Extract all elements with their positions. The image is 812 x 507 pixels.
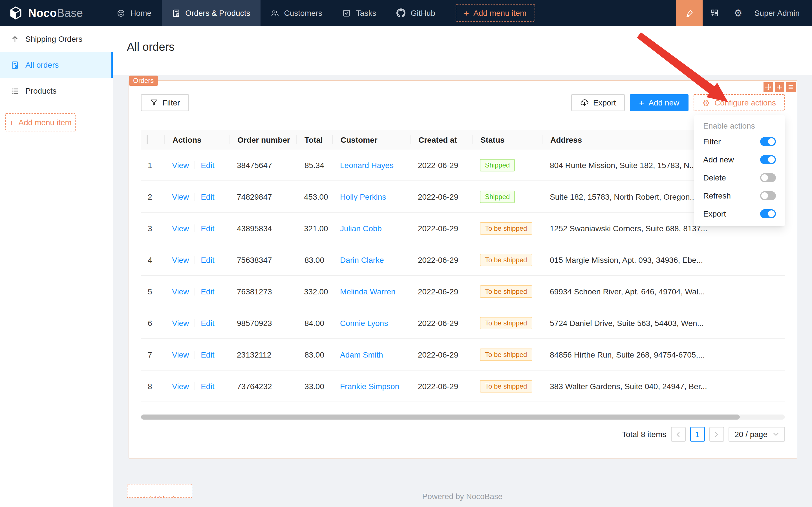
edit-link[interactable]: Edit	[201, 318, 214, 327]
view-link[interactable]: View	[172, 255, 189, 264]
page-number-button[interactable]: 1	[690, 427, 705, 442]
sidebar-add-menu-item-button[interactable]: + Add menu item	[5, 113, 75, 131]
dropdown-item-label: Export	[703, 209, 726, 218]
toggle-switch[interactable]	[760, 137, 776, 146]
edit-link[interactable]: Edit	[201, 382, 214, 391]
toggle-switch[interactable]	[760, 209, 776, 218]
customer-cell: Adam Smith	[332, 350, 410, 359]
customer-link[interactable]: Darin Clarke	[340, 255, 384, 264]
table-row[interactable]: 5 ViewEdit 76381273 332.00 Melinda Warre…	[141, 276, 785, 307]
sidebar-item-all-orders[interactable]: All orders	[0, 52, 113, 78]
table-row[interactable]: 8 ViewEdit 73764232 33.00 Frankie Simpso…	[141, 371, 785, 402]
total-cell: 83.00	[296, 255, 332, 264]
view-link[interactable]: View	[172, 287, 189, 296]
toggle-switch[interactable]	[760, 155, 776, 164]
sidebar-item-products[interactable]: Products	[0, 78, 113, 104]
drag-handle-icon[interactable]	[763, 82, 773, 92]
filter-button[interactable]: Filter	[141, 94, 189, 111]
dropdown-items: Filter Add new Delete Refresh	[694, 132, 785, 223]
toggle-switch[interactable]	[760, 173, 776, 182]
column-header-order-number[interactable]: Order number	[229, 135, 296, 144]
table-row[interactable]: 1 ViewEdit 38475647 85.34 Leonard Hayes …	[141, 150, 785, 181]
view-link[interactable]: View	[172, 160, 189, 169]
customer-link[interactable]: Melinda Warren	[340, 287, 396, 296]
customer-link[interactable]: Adam Smith	[340, 350, 383, 359]
edit-link[interactable]: Edit	[201, 255, 214, 264]
table-row[interactable]: 4 ViewEdit 75638347 83.00 Darin Clarke 2…	[141, 244, 785, 276]
next-page-button[interactable]	[709, 427, 724, 442]
customer-cell: Melinda Warren	[332, 287, 410, 296]
view-link[interactable]: View	[172, 192, 189, 201]
page-header: All orders	[113, 26, 812, 75]
dropdown-item[interactable]: Refresh	[694, 187, 785, 205]
sidebar-item-label: Products	[25, 86, 57, 95]
nav-item-github[interactable]: GitHub	[386, 0, 445, 26]
toggle-switch[interactable]	[760, 191, 776, 200]
column-header-customer[interactable]: Customer	[332, 135, 410, 144]
column-header-status[interactable]: Status	[472, 135, 542, 144]
add-block-icon[interactable]	[775, 82, 785, 92]
page-size-select[interactable]: 20 / page	[728, 427, 785, 442]
file-check-icon	[172, 9, 180, 17]
column-header-total[interactable]: Total	[296, 135, 332, 144]
table-row[interactable]: 3 ViewEdit 43895834 321.00 Julian Cobb 2…	[141, 213, 785, 244]
switch-knob	[768, 210, 775, 217]
configure-actions-button[interactable]: ⚙ Configure actions	[693, 94, 785, 111]
status-cell: Shipped	[472, 190, 542, 203]
dropdown-item[interactable]: Add new	[694, 151, 785, 169]
settings-button[interactable]: ⚙	[726, 0, 750, 26]
table-row[interactable]: 6 ViewEdit 98570923 84.00 Connie Lyons 2…	[141, 307, 785, 339]
dropdown-item[interactable]: Delete	[694, 169, 785, 187]
edit-link[interactable]: Edit	[201, 224, 214, 233]
edit-link[interactable]: Edit	[201, 287, 214, 296]
view-link[interactable]: View	[172, 318, 189, 327]
plugins-button[interactable]	[703, 0, 726, 26]
prev-page-button[interactable]	[671, 427, 685, 442]
add-new-button[interactable]: + Add new	[630, 94, 689, 111]
export-button[interactable]: Export	[571, 94, 625, 111]
row-index: 4	[141, 255, 164, 264]
dropdown-item[interactable]: Export	[694, 205, 785, 223]
switch-knob	[761, 192, 768, 199]
edit-link[interactable]: Edit	[201, 192, 214, 201]
customer-link[interactable]: Holly Perkins	[340, 192, 386, 201]
nav-item-home[interactable]: Home	[107, 0, 162, 26]
customer-link[interactable]: Julian Cobb	[340, 224, 382, 233]
view-link[interactable]: View	[172, 382, 189, 391]
status-badge: To be shipped	[480, 317, 532, 329]
select-all-checkbox[interactable]	[147, 135, 148, 144]
view-link[interactable]: View	[172, 350, 189, 359]
nav-item-orders-products[interactable]: Orders & Products	[162, 0, 260, 26]
edit-link[interactable]: Edit	[201, 160, 214, 169]
user-menu[interactable]: Super Admin	[750, 8, 812, 17]
status-cell: To be shipped	[472, 222, 542, 234]
table-row[interactable]: 2 ViewEdit 74829847 453.00 Holly Perkins…	[141, 181, 785, 213]
customer-link[interactable]: Connie Lyons	[340, 318, 388, 327]
dropdown-item[interactable]: Filter	[694, 132, 785, 151]
column-header-actions[interactable]: Actions	[164, 135, 229, 144]
row-index: 1	[141, 160, 164, 169]
sidebar-item-shipping-orders[interactable]: Shipping Orders	[0, 26, 113, 52]
plus-icon: +	[639, 98, 644, 107]
total-cell: 453.00	[296, 192, 332, 201]
status-cell: To be shipped	[472, 285, 542, 297]
column-header-created-at[interactable]: Created at	[410, 135, 472, 144]
view-link[interactable]: View	[172, 224, 189, 233]
table-row[interactable]: 7 ViewEdit 23132112 83.00 Adam Smith 202…	[141, 339, 785, 371]
customer-link[interactable]: Frankie Simpson	[340, 382, 399, 391]
block-toolbar: Filter Export	[141, 81, 785, 111]
nav-item-customers[interactable]: Customers	[260, 0, 332, 26]
ui-editor-button[interactable]	[676, 0, 703, 26]
customer-link[interactable]: Leonard Hayes	[340, 160, 394, 169]
toolbar-right: Export + Add new ⚙ Configure actions	[571, 94, 785, 111]
block-menu-icon[interactable]	[786, 82, 796, 92]
nav-item-tasks[interactable]: Tasks	[333, 0, 387, 26]
horizontal-scrollbar-thumb[interactable]	[141, 414, 740, 419]
action-divider	[194, 319, 195, 327]
plus-icon: +	[464, 9, 469, 17]
arrow-up-icon	[11, 35, 19, 43]
edit-link[interactable]: Edit	[201, 350, 214, 359]
total-cell: 332.00	[296, 287, 332, 296]
header-add-menu-item-button[interactable]: + Add menu item	[456, 4, 535, 22]
address-cell: 383 Walter Gardens, Suite 040, 24947, Be…	[542, 382, 785, 391]
